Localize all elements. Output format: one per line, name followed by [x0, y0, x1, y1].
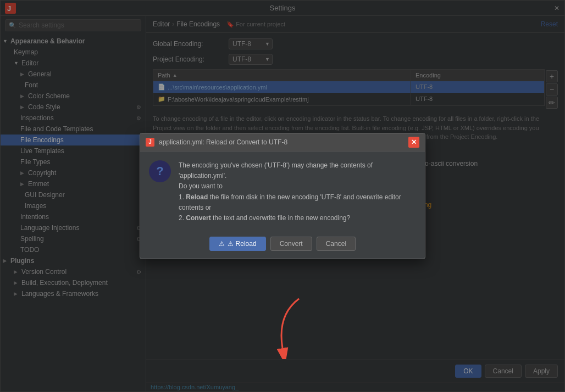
modal-dialog: J application.yml: Reload or Convert to …: [140, 133, 425, 259]
convert-bold: Convert: [186, 214, 211, 222]
modal-line1: The encoding you've chosen ('UTF-8') may…: [179, 160, 416, 181]
modal-line3-rest: the file from disk in the new encoding '…: [179, 193, 401, 211]
modal-footer: ⚠ ⚠ Reload Convert Cancel: [140, 232, 425, 259]
modal-line2: Do you want to: [179, 181, 416, 192]
warning-icon: ⚠: [219, 240, 225, 248]
modal-title: application.yml: Reload or Convert to UT…: [159, 138, 287, 146]
reload-button[interactable]: ⚠ ⚠ Reload: [209, 237, 266, 251]
modal-cancel-button[interactable]: Cancel: [317, 237, 356, 251]
modal-close-button[interactable]: ✕: [408, 137, 419, 148]
modal-question-icon: ?: [149, 160, 171, 182]
modal-titlebar: J application.yml: Reload or Convert to …: [140, 133, 425, 152]
modal-body: ? The encoding you've chosen ('UTF-8') m…: [140, 152, 425, 232]
modal-line3: 1. Reload the file from disk in the new …: [179, 192, 416, 213]
modal-logo: J: [146, 138, 154, 147]
red-arrow-annotation: [266, 293, 310, 359]
modal-line4: 2. Convert the text and overwrite file i…: [179, 213, 416, 223]
reload-bold: Reload: [186, 193, 208, 201]
modal-line4-rest: the text and overwrite file in the new e…: [211, 214, 351, 222]
modal-text: The encoding you've chosen ('UTF-8') may…: [179, 160, 416, 223]
modal-titlebar-left: J application.yml: Reload or Convert to …: [146, 138, 287, 147]
settings-window: J Settings ✕ 🔍 ▼ Appearance & Behavior: [0, 0, 565, 392]
convert-button[interactable]: Convert: [270, 237, 312, 251]
modal-overlay: J application.yml: Reload or Convert to …: [0, 0, 565, 392]
